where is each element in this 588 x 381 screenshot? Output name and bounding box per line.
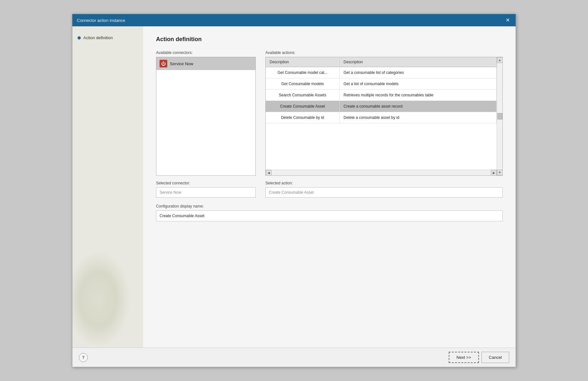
scroll-left-button[interactable]: ◀ xyxy=(266,170,271,176)
action-desc: Get a consumable list of categories xyxy=(340,67,497,78)
available-actions-label: Available actions: xyxy=(265,50,503,55)
close-button[interactable]: ✕ xyxy=(504,18,511,23)
sidebar-item-action-definition[interactable]: Action definition xyxy=(72,33,143,43)
actions-col: Available actions: Description Descripti… xyxy=(265,50,503,176)
sidebar-item-label: Action definition xyxy=(83,35,113,40)
selected-action-col: Selected action: xyxy=(265,181,503,198)
selected-connector-col: Selected connector: xyxy=(156,181,256,198)
action-name: Search Consumable Assets xyxy=(266,90,340,101)
action-desc: Create a consumable asset record xyxy=(340,101,497,112)
dialog-title: Connector action instance xyxy=(77,18,125,23)
action-name: Get Consumable models xyxy=(266,78,340,89)
selected-action-input[interactable] xyxy=(265,187,503,198)
scroll-up-button[interactable]: ▲ xyxy=(497,57,503,63)
config-section: Configuration display name: xyxy=(156,204,503,221)
h-scroll-track xyxy=(271,170,491,175)
scroll-down-button[interactable]: ▼ xyxy=(497,170,503,175)
table-row[interactable]: Search Consumable Assets Retrieves multi… xyxy=(266,90,497,101)
selected-connector-label: Selected connector: xyxy=(156,181,256,185)
connectors-actions-row: Available connectors: ⏻ Service Now Avai… xyxy=(156,50,503,176)
action-desc: Delete a consumable asset by id xyxy=(340,112,497,123)
selected-connector-input[interactable] xyxy=(156,187,256,198)
available-connectors-label: Available connectors: xyxy=(156,50,256,55)
horizontal-scrollbar[interactable]: ◀ ▶ xyxy=(266,170,497,175)
dialog-footer: ? Next >> Cancel xyxy=(72,348,516,367)
main-content: Action definition Available connectors: … xyxy=(143,26,516,348)
action-desc: Get a list of consumable models xyxy=(340,78,497,89)
action-name: Get Consumable model cat... xyxy=(266,67,340,78)
sidebar-dot-icon xyxy=(78,36,81,40)
connector-name: Service Now xyxy=(170,61,193,66)
table-wrapper: Description Description Get Consumable m… xyxy=(266,57,502,175)
dialog: Connector action instance ✕ Action defin… xyxy=(72,14,516,367)
vertical-scrollbar[interactable]: ▲ ▼ xyxy=(497,57,502,175)
table-row[interactable]: Delete Consumable by id Delete a consuma… xyxy=(266,112,497,123)
action-desc: Retrieves multiple records for the consu… xyxy=(340,90,497,101)
table-header: Description Description xyxy=(266,57,497,67)
help-button[interactable]: ? xyxy=(79,353,88,362)
title-bar: Connector action instance ✕ xyxy=(72,14,516,26)
table-row-selected[interactable]: Create Consumable Asset Create a consuma… xyxy=(266,101,497,112)
connector-icon: ⏻ xyxy=(160,60,167,67)
sidebar: Action definition xyxy=(72,26,143,348)
selected-action-label: Selected action: xyxy=(265,181,503,185)
cancel-button[interactable]: Cancel xyxy=(482,352,509,363)
col-header-desc: Description xyxy=(340,57,497,67)
connectors-col: Available connectors: ⏻ Service Now xyxy=(156,50,256,176)
power-icon: ⏻ xyxy=(161,61,166,66)
scroll-thumb[interactable] xyxy=(497,113,502,120)
selected-row: Selected connector: Selected action: xyxy=(156,181,503,198)
scroll-right-button[interactable]: ▶ xyxy=(491,170,497,176)
action-name: Delete Consumable by id xyxy=(266,112,340,123)
table-scroll-content: Description Description Get Consumable m… xyxy=(266,57,497,175)
col-header-name: Description xyxy=(266,57,340,67)
footer-buttons: Next >> Cancel xyxy=(449,352,509,363)
actions-table-container: Description Description Get Consumable m… xyxy=(265,57,503,176)
sidebar-background xyxy=(72,251,130,348)
connector-item-servicenow[interactable]: ⏻ Service Now xyxy=(156,57,255,70)
config-display-name-input[interactable] xyxy=(156,210,503,221)
actions-table-body[interactable]: Get Consumable model cat... Get a consum… xyxy=(266,67,497,170)
table-row[interactable]: Get Consumable models Get a list of cons… xyxy=(266,78,497,90)
dialog-body: Action definition Action definition Avai… xyxy=(72,26,516,348)
connector-list[interactable]: ⏻ Service Now xyxy=(156,57,256,176)
page-title: Action definition xyxy=(156,36,503,43)
table-row[interactable]: Get Consumable model cat... Get a consum… xyxy=(266,67,497,78)
next-button[interactable]: Next >> xyxy=(449,352,479,363)
action-name: Create Consumable Asset xyxy=(266,101,340,112)
config-display-name-label: Configuration display name: xyxy=(156,204,503,208)
